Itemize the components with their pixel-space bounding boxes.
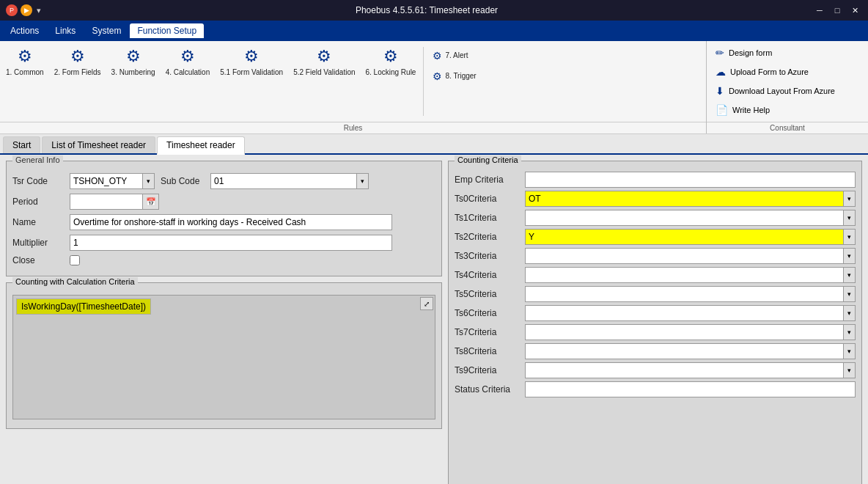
close-checkbox[interactable] [70, 255, 80, 265]
status-criteria-input[interactable] [525, 381, 856, 397]
ribbon-btn-calculation[interactable]: ⚙ 4. Calculation [161, 44, 215, 119]
criteria-row-ts7: Ts7Criteria ▾ [455, 324, 856, 340]
ts6-criteria-wrapper: ▾ [525, 305, 856, 321]
rules-label: Rules [0, 122, 706, 133]
criteria-row-ts6: Ts6Criteria ▾ [455, 305, 856, 321]
ts7-criteria-dropdown[interactable]: ▾ [844, 324, 856, 340]
sub-code-dropdown[interactable]: ▾ [357, 173, 369, 189]
ribbon-btn-form-fields[interactable]: ⚙ 2. Form Fields [50, 44, 106, 119]
ts7-criteria-input[interactable] [525, 324, 844, 340]
ribbon-btn-form-validation[interactable]: ⚙ 5.1 Form Validation [216, 44, 287, 119]
ts3-criteria-input[interactable] [525, 248, 844, 264]
calc-formula: IsWorkingDay([TimesheetDate]) [16, 298, 151, 315]
calc-expand-button[interactable]: ⤢ [420, 297, 433, 310]
ts9-criteria-dropdown[interactable]: ▾ [844, 362, 856, 378]
ts5-criteria-label: Ts5Criteria [455, 289, 521, 299]
ts7-criteria-wrapper: ▾ [525, 324, 856, 340]
ribbon-btn-write-help[interactable]: 📄 Write Help [713, 103, 862, 117]
upload-icon: ☁ [716, 66, 726, 78]
tsr-code-field: ▾ [70, 173, 155, 189]
tsr-code-dropdown[interactable]: ▾ [143, 173, 155, 189]
design-form-label: Design form [729, 48, 772, 57]
criteria-row-ts5: Ts5Criteria ▾ [455, 286, 856, 302]
ribbon-btn-download-layout[interactable]: ⬇ Download Layout From Azure [713, 84, 862, 98]
field-validation-label: 5.2 Field Validation [293, 68, 355, 77]
menu-function-setup[interactable]: Function Setup [130, 23, 204, 38]
ribbon-btn-numbering[interactable]: ⚙ 3. Numbering [107, 44, 160, 119]
ribbon-btn-upload-form[interactable]: ☁ Upload Form to Azure [713, 65, 862, 79]
tab-start[interactable]: Start [3, 136, 40, 153]
ts1-criteria-wrapper: ▾ [525, 210, 856, 226]
ts9-criteria-wrapper: ▾ [525, 362, 856, 378]
ts6-criteria-dropdown[interactable]: ▾ [844, 305, 856, 321]
ts0-criteria-input[interactable] [525, 191, 844, 207]
app-icons: P ▶ [6, 4, 32, 16]
emp-criteria-label: Emp Criteria [455, 175, 521, 185]
menu-links[interactable]: Links [48, 23, 83, 38]
sub-code-input[interactable] [210, 173, 357, 189]
emp-criteria-input[interactable] [525, 172, 856, 188]
ribbon-btn-trigger[interactable]: ⚙ 8. Trigger [428, 67, 480, 85]
ribbon-btn-common[interactable]: ⚙ 1. Common [1, 44, 48, 119]
ts8-criteria-wrapper: ▾ [525, 343, 856, 359]
ts1-criteria-input[interactable] [525, 210, 844, 226]
sub-code-label: Sub Code [161, 176, 205, 186]
numbering-icon: ⚙ [126, 47, 141, 66]
name-input[interactable] [70, 214, 392, 230]
left-panel: General Info Tsr Code ▾ Sub Code ▾ Perio… [6, 161, 442, 484]
period-input[interactable] [70, 194, 143, 210]
ts9-criteria-input[interactable] [525, 362, 844, 378]
tsr-code-input[interactable] [70, 173, 143, 189]
close-button[interactable]: ✕ [847, 3, 862, 18]
ts8-criteria-input[interactable] [525, 343, 844, 359]
close-label: Close [12, 255, 64, 265]
close-row: Close [12, 255, 435, 265]
ts4-criteria-dropdown[interactable]: ▾ [844, 267, 856, 283]
ts6-criteria-input[interactable] [525, 305, 844, 321]
ts5-criteria-input[interactable] [525, 286, 844, 302]
menu-system[interactable]: System [84, 23, 128, 38]
criteria-row-ts8: Ts8Criteria ▾ [455, 343, 856, 359]
ts0-criteria-label: Ts0Criteria [455, 194, 521, 204]
general-info-group: General Info Tsr Code ▾ Sub Code ▾ Perio… [6, 161, 442, 276]
calc-input-area[interactable]: IsWorkingDay([TimesheetDate]) ⤢ [12, 295, 435, 419]
ts3-criteria-wrapper: ▾ [525, 248, 856, 264]
emp-criteria-wrapper [525, 172, 856, 188]
tab-list-timesheet[interactable]: List of Timesheet reader [42, 136, 155, 153]
ts8-criteria-dropdown[interactable]: ▾ [844, 343, 856, 359]
ts2-criteria-dropdown[interactable]: ▾ [844, 229, 856, 245]
tab-timesheet-reader[interactable]: Timesheet reader [157, 136, 245, 155]
right-panel: Counting Criteria Emp Criteria Ts0Criter… [448, 161, 862, 484]
tsr-code-row: Tsr Code ▾ Sub Code ▾ [12, 173, 435, 189]
ts2-criteria-input[interactable] [525, 229, 844, 245]
maximize-button[interactable]: □ [830, 3, 845, 18]
ts0-criteria-dropdown[interactable]: ▾ [844, 191, 856, 207]
ts4-criteria-input[interactable] [525, 267, 844, 283]
ts3-criteria-dropdown[interactable]: ▾ [844, 248, 856, 264]
period-calendar-btn[interactable]: 📅 [143, 194, 159, 210]
ribbon-btn-field-validation[interactable]: ⚙ 5.2 Field Validation [289, 44, 359, 119]
minimize-button[interactable]: ─ [812, 3, 827, 18]
ts1-criteria-dropdown[interactable]: ▾ [844, 210, 856, 226]
menu-actions[interactable]: Actions [3, 23, 46, 38]
tabs-bar: Start List of Timesheet reader Timesheet… [0, 134, 868, 155]
download-icon: ⬇ [716, 85, 724, 97]
period-date-wrapper: 📅 [70, 194, 159, 210]
criteria-form: Emp Criteria Ts0Criteria ▾ Ts1Criteria [455, 172, 856, 397]
period-label: Period [12, 197, 64, 207]
ts1-criteria-label: Ts1Criteria [455, 213, 521, 223]
ts4-criteria-wrapper: ▾ [525, 267, 856, 283]
ts4-criteria-label: Ts4Criteria [455, 270, 521, 280]
ribbon-btn-locking-rule[interactable]: ⚙ 6. Locking Rule [361, 44, 421, 119]
upload-form-label: Upload Form to Azure [730, 67, 809, 76]
tsr-code-label: Tsr Code [12, 176, 64, 186]
ribbon-main-buttons: ⚙ 1. Common ⚙ 2. Form Fields ⚙ 3. Number… [0, 41, 706, 122]
ribbon-btn-design-form[interactable]: ✏ Design form [713, 45, 862, 60]
form-validation-label: 5.1 Form Validation [220, 68, 283, 77]
period-row: Period 📅 [12, 194, 435, 210]
ts2-criteria-label: Ts2Criteria [455, 232, 521, 242]
ts5-criteria-dropdown[interactable]: ▾ [844, 286, 856, 302]
menu-bar: Actions Links System Function Setup [0, 21, 868, 41]
ribbon-btn-alert[interactable]: ⚙ 7. Alert [428, 47, 480, 65]
multiplier-input[interactable] [70, 235, 392, 251]
